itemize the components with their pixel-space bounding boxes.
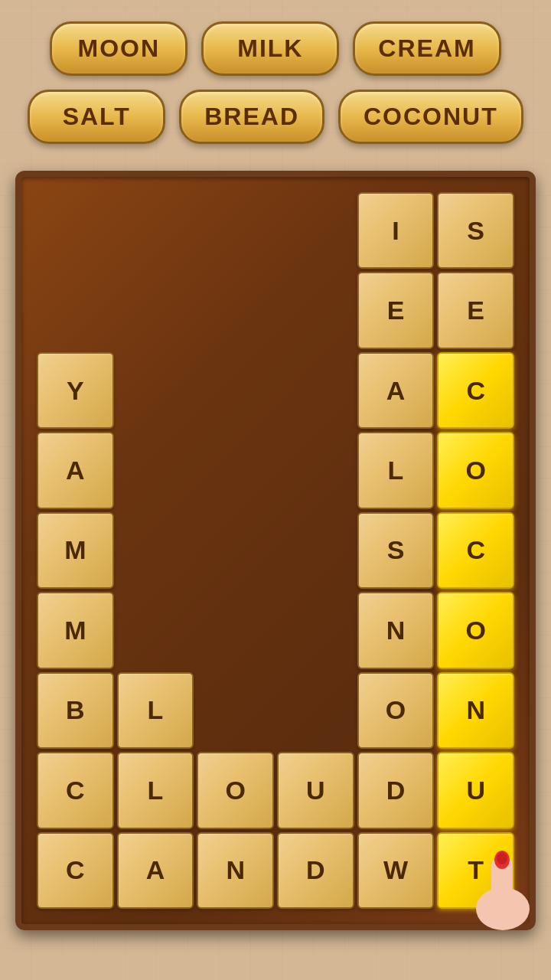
grid-cell[interactable]: U — [277, 752, 354, 828]
grid-cell — [197, 672, 274, 749]
grid-cell[interactable]: E — [437, 272, 514, 348]
grid-cell[interactable]: B — [37, 672, 114, 749]
grid-cell[interactable]: M — [37, 512, 114, 589]
word-btn-moon[interactable]: MOON — [50, 21, 187, 76]
grid-cell — [277, 352, 354, 429]
grid-cell — [197, 192, 274, 269]
grid-cell[interactable]: A — [357, 352, 435, 429]
grid-cell — [117, 512, 194, 589]
grid-cell[interactable]: C — [437, 352, 514, 429]
grid-cell[interactable]: C — [437, 512, 514, 589]
word-btn-coconut[interactable]: COCONUT — [338, 90, 523, 144]
grid-cell — [117, 352, 194, 429]
grid-cell[interactable]: A — [117, 832, 194, 909]
grid-cell — [277, 272, 354, 348]
grid-cell — [277, 432, 354, 508]
grid-cell[interactable]: I — [357, 192, 435, 269]
letter-grid: ISEEYACALOMSCMNOBLONCLOUDUCANDWT — [37, 192, 514, 909]
grid-cell — [277, 512, 354, 589]
grid-cell — [197, 592, 274, 668]
grid-cell[interactable]: C — [37, 752, 114, 828]
grid-cell — [117, 272, 194, 348]
word-btn-bread[interactable]: BREAD — [179, 90, 324, 144]
grid-cell — [277, 672, 354, 749]
finger-cursor — [468, 840, 537, 932]
grid-cell — [197, 512, 274, 589]
grid-cell — [197, 432, 274, 508]
svg-point-3 — [497, 852, 507, 864]
grid-cell[interactable]: W — [357, 832, 435, 909]
grid-cell[interactable]: A — [37, 432, 114, 508]
word-btn-milk[interactable]: MILK — [201, 21, 339, 76]
grid-cell[interactable]: L — [357, 432, 435, 508]
grid-cell[interactable]: O — [437, 592, 514, 668]
grid-cell — [117, 432, 194, 508]
grid-cell[interactable]: E — [357, 272, 435, 348]
grid-cell[interactable]: O — [357, 672, 435, 749]
grid-cell — [117, 592, 194, 668]
grid-cell — [37, 192, 114, 269]
grid-cell[interactable]: O — [437, 432, 514, 508]
grid-cell[interactable]: D — [357, 752, 435, 828]
grid-cell[interactable]: L — [117, 672, 194, 749]
grid-cell[interactable]: S — [357, 512, 435, 589]
grid-cell[interactable]: C — [37, 832, 114, 909]
word-btn-cream[interactable]: CREAM — [353, 21, 500, 76]
grid-cell — [37, 272, 114, 348]
word-buttons-container: MOONMILKCREAMSALTBREADCOCONUT — [0, 0, 551, 159]
word-btn-salt[interactable]: SALT — [28, 90, 165, 144]
grid-cell — [117, 192, 194, 269]
grid-cell[interactable]: N — [197, 832, 274, 909]
grid-cell[interactable]: Y — [37, 352, 114, 429]
grid-cell — [277, 192, 354, 269]
grid-cell[interactable]: S — [437, 192, 514, 269]
grid-cell — [197, 272, 274, 348]
grid-cell[interactable]: M — [37, 592, 114, 668]
grid-cell[interactable]: D — [277, 832, 354, 909]
game-board: ISEEYACALOMSCMNOBLONCLOUDUCANDWT — [15, 171, 536, 930]
grid-cell[interactable]: O — [197, 752, 274, 828]
grid-cell — [197, 352, 274, 429]
grid-cell — [277, 592, 354, 668]
grid-cell[interactable]: N — [437, 672, 514, 749]
grid-cell[interactable]: N — [357, 592, 435, 668]
grid-cell[interactable]: L — [117, 752, 194, 828]
grid-cell[interactable]: U — [437, 752, 514, 828]
